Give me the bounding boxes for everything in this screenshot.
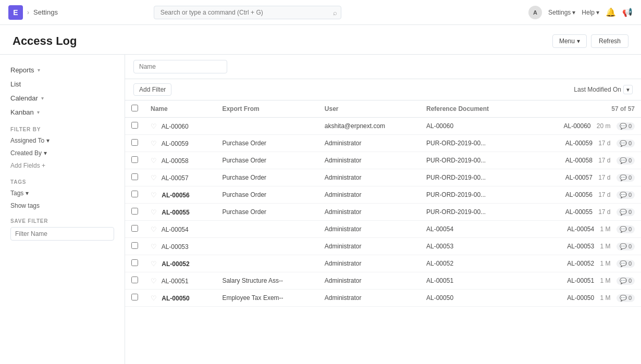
refresh-button[interactable]: Refresh bbox=[591, 34, 628, 48]
breadcrumb-settings[interactable]: Settings bbox=[33, 8, 58, 16]
breadcrumb-chevron: › bbox=[27, 9, 29, 16]
show-tags-button[interactable]: Show tags bbox=[0, 199, 125, 212]
row-doc-id[interactable]: AL-00055 bbox=[565, 208, 593, 216]
row-doc-id[interactable]: AL-00051 bbox=[567, 277, 594, 284]
row-checkbox[interactable] bbox=[131, 173, 138, 180]
row-name[interactable]: AL-00059 bbox=[162, 140, 189, 147]
app-icon: E bbox=[8, 5, 23, 20]
row-checkbox-cell bbox=[125, 255, 144, 272]
sidebar-item-kanban[interactable]: Kanban ▾ bbox=[0, 105, 125, 119]
comment-icon: 💬 bbox=[620, 226, 627, 233]
row-checkbox[interactable] bbox=[131, 191, 138, 197]
comment-badge[interactable]: 💬 0 bbox=[617, 277, 635, 285]
comment-badge[interactable]: 💬 0 bbox=[617, 243, 635, 250]
row-checkbox[interactable] bbox=[131, 294, 138, 300]
favorite-icon[interactable]: ♡ bbox=[151, 225, 157, 233]
comment-badge[interactable]: 💬 0 bbox=[617, 122, 635, 130]
favorite-icon[interactable]: ♡ bbox=[151, 294, 157, 302]
table-row: ♡ AL-00058 Purchase Order Administrator … bbox=[125, 152, 641, 169]
favorite-icon[interactable]: ♡ bbox=[151, 277, 157, 285]
sidebar-item-reports[interactable]: Reports ▾ bbox=[0, 63, 125, 77]
comment-badge[interactable]: 💬 0 bbox=[617, 294, 635, 302]
comment-badge[interactable]: 💬 0 bbox=[617, 157, 635, 165]
row-checkbox[interactable] bbox=[131, 225, 138, 232]
comment-count: 0 bbox=[628, 174, 632, 181]
favorite-icon[interactable]: ♡ bbox=[151, 140, 157, 147]
row-doc-id[interactable]: AL-00056 bbox=[565, 191, 593, 198]
header-export-from: Export From bbox=[216, 101, 318, 118]
row-name[interactable]: AL-00050 bbox=[162, 295, 189, 302]
row-name[interactable]: AL-00056 bbox=[162, 192, 189, 199]
favorite-icon[interactable]: ♡ bbox=[151, 174, 157, 182]
comment-badge[interactable]: 💬 0 bbox=[617, 225, 635, 233]
assigned-to-filter[interactable]: Assigned To ▾ bbox=[0, 134, 125, 147]
assigned-to-caret-icon: ▾ bbox=[46, 137, 50, 144]
favorite-icon[interactable]: ♡ bbox=[151, 122, 157, 130]
favorite-icon[interactable]: ♡ bbox=[151, 157, 157, 165]
row-doc-id[interactable]: AL-00057 bbox=[565, 174, 593, 181]
created-by-filter[interactable]: Created By ▾ bbox=[0, 147, 125, 159]
comment-badge[interactable]: 💬 0 bbox=[617, 191, 635, 199]
tags-filter[interactable]: Tags ▾ bbox=[0, 187, 125, 199]
row-name[interactable]: AL-00057 bbox=[162, 174, 189, 182]
comment-badge[interactable]: 💬 0 bbox=[617, 140, 635, 147]
settings-nav-button[interactable]: Settings ▾ bbox=[548, 9, 575, 16]
comment-badge[interactable]: 💬 0 bbox=[617, 208, 635, 216]
row-checkbox[interactable] bbox=[131, 242, 138, 249]
row-checkbox[interactable] bbox=[131, 208, 138, 215]
row-checkbox-cell bbox=[125, 186, 144, 204]
row-doc-id[interactable]: AL-00050 bbox=[567, 294, 594, 302]
filter-name-input[interactable] bbox=[10, 227, 114, 241]
row-time: 1 M bbox=[600, 243, 611, 250]
megaphone-icon[interactable]: 📢 bbox=[622, 7, 633, 17]
comment-badge[interactable]: 💬 0 bbox=[617, 260, 635, 268]
select-all-checkbox[interactable] bbox=[131, 105, 138, 111]
row-doc-id[interactable]: AL-00052 bbox=[567, 260, 594, 267]
row-doc-id[interactable]: AL-00053 bbox=[567, 243, 594, 250]
header-actions: Menu ▾ Refresh bbox=[552, 34, 628, 48]
comment-count: 0 bbox=[628, 278, 632, 284]
favorite-icon[interactable]: ♡ bbox=[151, 260, 157, 268]
row-user: Administrator bbox=[318, 135, 420, 152]
row-export-from: Purchase Order bbox=[216, 152, 318, 169]
row-doc-id[interactable]: AL-00054 bbox=[567, 225, 594, 233]
name-filter-input[interactable] bbox=[133, 60, 227, 73]
row-name[interactable]: AL-00058 bbox=[162, 157, 189, 165]
menu-button[interactable]: Menu ▾ bbox=[552, 34, 587, 48]
row-checkbox[interactable] bbox=[131, 122, 138, 129]
row-checkbox[interactable] bbox=[131, 259, 138, 266]
sort-icon[interactable]: ▼ bbox=[623, 85, 633, 94]
search-input[interactable] bbox=[154, 6, 341, 19]
row-name[interactable]: AL-00055 bbox=[162, 209, 189, 216]
row-name[interactable]: AL-00053 bbox=[162, 243, 189, 250]
comment-badge[interactable]: 💬 0 bbox=[617, 174, 635, 182]
row-doc-id[interactable]: AL-00060 bbox=[563, 122, 590, 130]
calendar-caret-icon: ▾ bbox=[41, 95, 44, 101]
row-name[interactable]: AL-00052 bbox=[162, 260, 189, 268]
row-doc-id[interactable]: AL-00059 bbox=[565, 140, 593, 147]
row-doc-id[interactable]: AL-00058 bbox=[565, 157, 593, 164]
add-filter-button[interactable]: Add Filter bbox=[133, 83, 171, 96]
row-checkbox[interactable] bbox=[131, 277, 138, 283]
row-checkbox[interactable] bbox=[131, 139, 138, 146]
sidebar-item-list[interactable]: List bbox=[0, 77, 125, 91]
favorite-icon[interactable]: ♡ bbox=[151, 191, 157, 199]
sidebar-item-calendar[interactable]: Calendar ▾ bbox=[0, 91, 125, 105]
reports-caret-icon: ▾ bbox=[38, 67, 40, 73]
row-name[interactable]: AL-00060 bbox=[162, 123, 189, 130]
help-nav-button[interactable]: Help ▾ bbox=[582, 9, 599, 16]
notifications-icon[interactable]: 🔔 bbox=[606, 7, 616, 17]
row-name[interactable]: AL-00054 bbox=[162, 226, 189, 233]
row-ref-doc: PUR-ORD-2019-00... bbox=[420, 135, 524, 152]
row-name[interactable]: AL-00051 bbox=[162, 278, 189, 285]
favorite-icon[interactable]: ♡ bbox=[151, 243, 157, 250]
add-fields-button[interactable]: Add Fields + bbox=[0, 159, 125, 172]
row-checkbox-cell bbox=[125, 169, 144, 186]
row-user: Administrator bbox=[318, 152, 420, 169]
favorite-icon[interactable]: ♡ bbox=[151, 208, 157, 216]
row-name-cell: ♡ AL-00059 bbox=[144, 135, 216, 152]
row-time: 20 m bbox=[597, 122, 611, 130]
row-checkbox[interactable] bbox=[131, 156, 138, 163]
comment-count: 0 bbox=[628, 157, 632, 164]
top-nav: E › Settings ⌕ A Settings ▾ Help ▾ 🔔 📢 bbox=[0, 0, 641, 25]
